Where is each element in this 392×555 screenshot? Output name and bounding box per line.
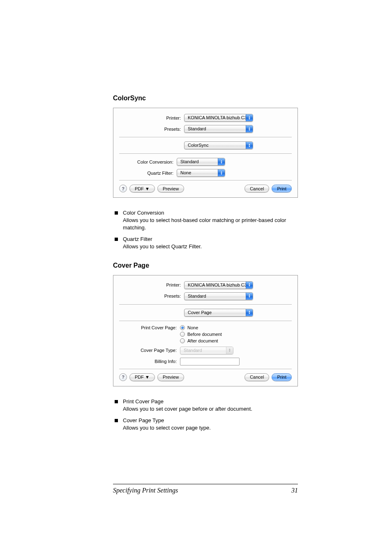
radio-unselected-icon [180,338,185,343]
printer-select[interactable]: KONICA MINOLTA bizhub C30... ▲▼ [184,281,253,289]
radio-selected-icon [180,325,185,330]
list-item: Color Conversion Allows you to select ho… [115,209,298,231]
cancel-button[interactable]: Cancel [244,373,269,381]
chevron-updown-icon: ▲▼ [246,125,253,132]
pdf-menu-button[interactable]: PDF ▼ [129,185,155,192]
pane-select[interactable]: Cover Page ▲▼ [184,309,253,317]
radio-after-document[interactable]: After document [180,338,222,343]
color-conversion-select[interactable]: Standard ▲▼ [177,158,225,166]
coverpage-notes: Print Cover Page Allows you to set cover… [115,398,298,432]
page-footer: Specifying Print Settings 31 [113,484,298,494]
billing-info-input[interactable] [180,358,240,365]
radio-unselected-icon [180,332,185,337]
bullet-icon [115,419,118,422]
bullet-icon [115,238,118,241]
quartz-filter-select[interactable]: None ▲▼ [177,169,225,177]
pdf-menu-button[interactable]: PDF ▼ [129,373,155,381]
print-button[interactable]: Print [272,373,292,381]
chevron-updown-icon: ▲▼ [218,158,225,165]
label-printer: Printer: [119,282,184,287]
label-printer: Printer: [119,116,184,120]
label-color-conversion: Color Conversion: [119,160,177,164]
printer-select[interactable]: KONICA MINOLTA bizhub C30... ▲▼ [184,114,253,122]
radio-before-document[interactable]: Before document [180,332,222,337]
presets-select[interactable]: Standard ▲▼ [184,125,253,133]
list-item: Quartz Filter Allows you to select Quart… [115,236,298,250]
bullet-icon [115,400,118,403]
label-print-cover-page: Print Cover Page: [119,325,180,330]
cover-page-type-select[interactable]: Standard ▲▼ [180,347,233,354]
chevron-updown-icon: ▲▼ [246,293,253,300]
help-button[interactable]: ? [119,373,127,381]
page-number: 31 [291,487,298,494]
label-cover-page-type: Cover Page Type: [119,348,180,353]
colorsync-notes: Color Conversion Allows you to select ho… [115,209,298,250]
print-dialog-colorsync: Printer: KONICA MINOLTA bizhub C30... ▲▼… [113,108,298,198]
chevron-updown-icon: ▲▼ [246,142,253,149]
label-billing-info: Billing Info: [119,359,180,364]
chevron-updown-icon: ▲▼ [226,347,233,354]
chevron-updown-icon: ▲▼ [246,282,253,289]
cancel-button[interactable]: Cancel [244,185,269,192]
chevron-updown-icon: ▲▼ [246,114,253,121]
list-item: Print Cover Page Allows you to set cover… [115,398,298,413]
presets-select[interactable]: Standard ▲▼ [184,292,253,300]
print-button[interactable]: Print [272,185,292,192]
label-quartz-filter: Quartz Filter: [119,171,177,176]
label-presets: Presets: [119,294,184,298]
section-heading-colorsync: ColorSync [113,95,298,102]
footer-title: Specifying Print Settings [113,487,178,494]
radio-none[interactable]: None [180,325,222,330]
help-button[interactable]: ? [119,185,127,192]
label-presets: Presets: [119,127,184,132]
section-heading-coverpage: Cover Page [113,262,298,269]
chevron-updown-icon: ▲▼ [246,309,253,316]
preview-button[interactable]: Preview [157,373,184,381]
list-item: Cover Page Type Allows you to select cov… [115,417,298,432]
print-dialog-coverpage: Printer: KONICA MINOLTA bizhub C30... ▲▼… [113,275,298,386]
print-cover-page-radios: None Before document After document [180,325,222,343]
bullet-icon [115,211,118,215]
chevron-updown-icon: ▲▼ [218,169,225,176]
preview-button[interactable]: Preview [157,185,184,192]
pane-select[interactable]: ColorSync ▲▼ [184,141,253,149]
